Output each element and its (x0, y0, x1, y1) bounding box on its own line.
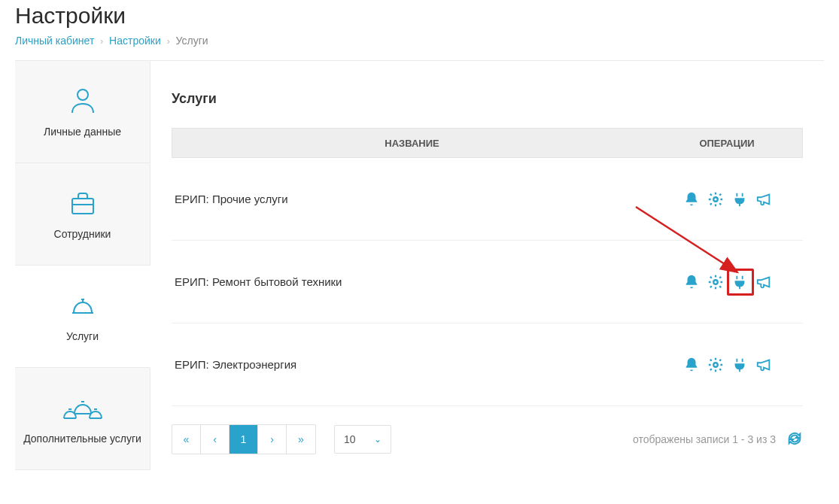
sidebar-item-label: Сотрудники (54, 228, 111, 240)
breadcrumb-current: Услуги (176, 35, 208, 47)
page-size-select[interactable]: 10 ⌄ (334, 425, 391, 454)
pager-prev[interactable]: ‹ (201, 425, 230, 454)
column-header-operations: ОПЕРАЦИИ (652, 138, 802, 149)
table-row: ЕРИП: Прочие услуги (172, 158, 803, 241)
plug-icon[interactable] (730, 190, 749, 209)
pagination-summary-container: отображены записи 1 - 3 из 3 (633, 430, 803, 449)
annotation-highlight (727, 269, 754, 296)
megaphone-icon[interactable] (754, 272, 774, 292)
sidebar-item-label: Личные данные (44, 126, 121, 138)
table-row: ЕРИП: Ремонт бытовой техники (172, 241, 803, 323)
operations-cell (652, 355, 803, 375)
pager-next[interactable]: › (258, 425, 287, 454)
service-name: ЕРИП: Прочие услуги (172, 193, 652, 205)
bell-icon[interactable] (682, 272, 701, 292)
service-name: ЕРИП: Электроэнергия (172, 358, 652, 371)
sidebar-item-personal[interactable]: Личные данные (15, 61, 150, 163)
pagination-summary: отображены записи 1 - 3 из 3 (633, 433, 776, 445)
megaphone-icon[interactable] (754, 355, 774, 375)
breadcrumb-sep: › (97, 36, 106, 47)
sidebar-item-label: Дополнительные услуги (23, 433, 141, 445)
bell-icon[interactable] (682, 355, 701, 375)
pager-page-current[interactable]: 1 (230, 425, 258, 454)
pager: « ‹ 1 › » (172, 424, 316, 454)
sidebar-item-employees[interactable]: Сотрудники (15, 163, 150, 266)
svg-point-3 (713, 280, 718, 284)
sidebar-item-label: Услуги (66, 330, 99, 342)
svg-point-4 (713, 363, 718, 367)
table-header: НАЗВАНИЕ ОПЕРАЦИИ (172, 128, 803, 158)
refresh-icon[interactable] (786, 430, 803, 449)
svg-point-0 (78, 90, 88, 100)
sidebar-item-services[interactable]: Услуги (15, 266, 150, 368)
table-row: ЕРИП: Электроэнергия (172, 323, 803, 406)
page-title: Настройки (15, 0, 824, 35)
service-name: ЕРИП: Ремонт бытовой техники (172, 275, 652, 288)
breadcrumb-link-1[interactable]: Личный кабинет (15, 35, 94, 47)
main-content: Услуги НАЗВАНИЕ ОПЕРАЦИИ ЕРИП: Прочие ус… (150, 61, 824, 470)
sidebar: Личные данные Сотрудники (15, 61, 150, 470)
breadcrumb-sep: › (164, 36, 173, 47)
section-title: Услуги (172, 91, 803, 107)
pagination-row: « ‹ 1 › » 10 ⌄ отображены записи 1 - 3 и… (172, 406, 803, 454)
breadcrumb-link-2[interactable]: Настройки (109, 35, 161, 47)
gear-icon[interactable] (706, 272, 725, 292)
multi-bell-icon (61, 393, 105, 425)
user-icon (68, 86, 98, 118)
chevron-down-icon: ⌄ (374, 434, 382, 445)
briefcase-icon (68, 188, 98, 220)
bell-icon[interactable] (682, 190, 701, 209)
sidebar-item-additional-services[interactable]: Дополнительные услуги (15, 368, 150, 470)
column-header-name: НАЗВАНИЕ (172, 138, 652, 149)
operations-cell (652, 272, 803, 292)
operations-cell (652, 190, 803, 209)
breadcrumb: Личный кабинет › Настройки › Услуги (15, 35, 824, 60)
page-size-value: 10 (344, 433, 356, 445)
svg-rect-1 (72, 199, 93, 214)
pager-last[interactable]: » (287, 425, 315, 454)
service-bell-icon (68, 290, 98, 323)
svg-point-2 (713, 197, 718, 202)
megaphone-icon[interactable] (754, 190, 774, 209)
plug-icon[interactable] (730, 355, 749, 375)
gear-icon[interactable] (706, 190, 725, 209)
pager-first[interactable]: « (172, 425, 201, 454)
gear-icon[interactable] (706, 355, 725, 375)
